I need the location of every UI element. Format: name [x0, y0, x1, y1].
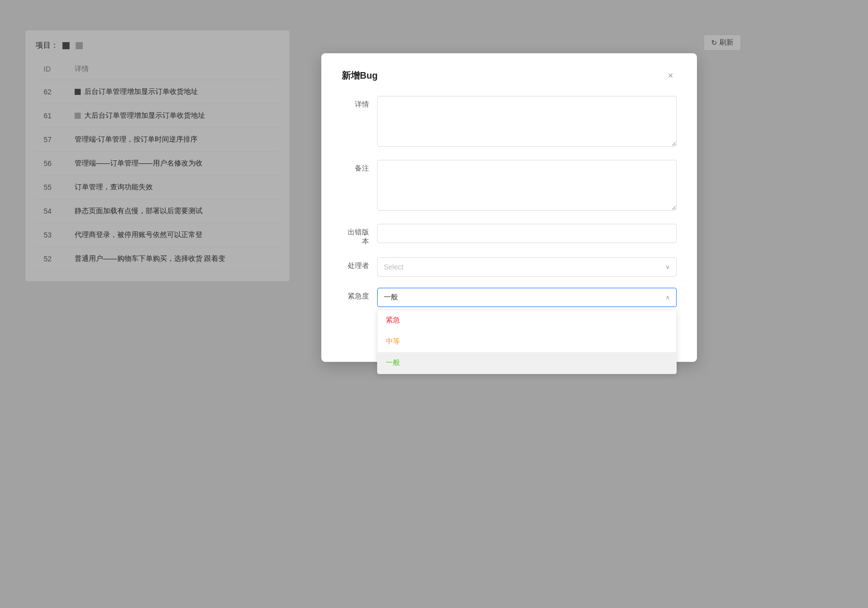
- note-textarea[interactable]: [377, 160, 677, 211]
- urgency-label: 紧急度: [342, 288, 377, 301]
- detail-control: [377, 96, 677, 149]
- urgency-dropdown-menu: 紧急 中等 一般: [377, 309, 677, 374]
- note-control: [377, 160, 677, 213]
- handler-control: Select ∨: [377, 257, 677, 277]
- version-field-row: 出错版本: [342, 224, 677, 246]
- handler-select-value: Select: [384, 263, 404, 271]
- note-label: 备注: [342, 160, 377, 173]
- normal-label: 一般: [386, 358, 400, 367]
- version-control: [377, 224, 677, 243]
- medium-label: 中等: [386, 337, 400, 346]
- close-button[interactable]: ×: [664, 70, 677, 82]
- chevron-up-icon: ∧: [665, 294, 670, 301]
- chevron-down-icon: ∨: [665, 263, 670, 271]
- handler-field-row: 处理者 Select ∨: [342, 257, 677, 277]
- urgency-select[interactable]: 一般 ∧: [377, 288, 677, 307]
- version-label: 出错版本: [342, 224, 377, 246]
- detail-textarea[interactable]: [377, 96, 677, 147]
- detail-label: 详情: [342, 96, 377, 109]
- urgency-option-medium[interactable]: 中等: [378, 331, 676, 352]
- urgent-label: 紧急: [386, 316, 400, 325]
- handler-select[interactable]: Select ∨: [377, 257, 677, 277]
- add-bug-modal: 新增Bug × 详情 备注 出错版本 处理者 Select ∨ 紧急度: [321, 53, 697, 362]
- urgency-option-urgent[interactable]: 紧急: [378, 310, 676, 331]
- modal-header: 新增Bug ×: [342, 70, 677, 82]
- note-field-row: 备注: [342, 160, 677, 213]
- urgency-option-normal[interactable]: 一般: [378, 352, 676, 374]
- urgency-field-row: 紧急度 一般 ∧ 紧急 中等 一般: [342, 288, 677, 307]
- handler-label: 处理者: [342, 257, 377, 271]
- urgency-select-value: 一般: [384, 293, 398, 302]
- modal-title: 新增Bug: [342, 70, 378, 82]
- detail-field-row: 详情: [342, 96, 677, 149]
- version-input[interactable]: [377, 224, 677, 243]
- urgency-control: 一般 ∧ 紧急 中等 一般: [377, 288, 677, 307]
